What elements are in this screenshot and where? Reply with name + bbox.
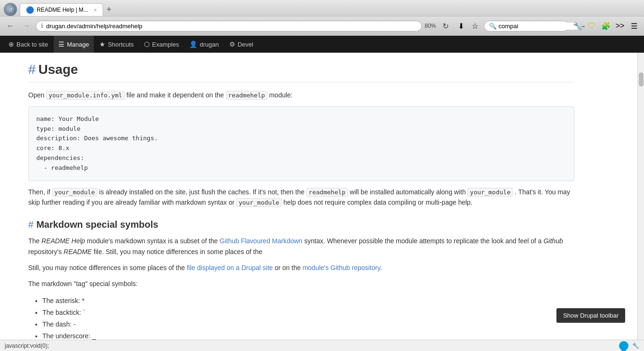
- md-text6: or on the: [273, 264, 303, 271]
- status-text: javascript:void(0);: [5, 343, 49, 349]
- scrollbar[interactable]: [637, 53, 644, 340]
- search-bar[interactable]: 🔍 →: [484, 21, 569, 32]
- tag-intro: The markdown "tag" special symbols:: [28, 279, 574, 289]
- code-block: name: Your Module type: module descripti…: [28, 106, 574, 181]
- active-tab[interactable]: 🔵 README Help | M... ×: [20, 3, 103, 16]
- md-em2: Github: [543, 237, 563, 245]
- navbar-shortcuts-label: Shortcuts: [108, 41, 134, 48]
- navbar-manage-label: Manage: [67, 41, 89, 48]
- menu-button[interactable]: ☰: [628, 20, 640, 32]
- nav-back-button[interactable]: ↺: [4, 3, 17, 16]
- main-content-area: # Usage Open your_module.info.yml file a…: [0, 53, 644, 340]
- md-text4: repository's: [28, 248, 64, 255]
- h2-title: Markdown special symbols: [36, 219, 158, 230]
- md-text3: syntax. Whenever possible the module att…: [302, 237, 543, 245]
- h2-hash: #: [28, 219, 33, 230]
- navbar-manage[interactable]: ☰ Manage: [54, 36, 94, 53]
- md-text5: file. Still, you may notice differences …: [92, 248, 262, 255]
- md-text2: module's markdown syntax is a subset of …: [85, 237, 220, 245]
- md-text1: The: [28, 237, 41, 245]
- content-inner: # Usage Open your_module.info.yml file a…: [0, 53, 593, 340]
- user-icon: 👤: [189, 40, 197, 48]
- navbar-drugan[interactable]: 👤 drugan: [185, 36, 223, 53]
- list-item: The backtick: `: [42, 307, 574, 319]
- then-text3: will be installed automatically along wi…: [348, 188, 467, 196]
- then-text1: Then, if: [28, 188, 52, 196]
- content-scroll-area: # Usage Open your_module.info.yml file a…: [0, 53, 637, 340]
- new-tab-button[interactable]: +: [103, 4, 115, 16]
- tab-close-button[interactable]: ×: [94, 7, 97, 13]
- then-code1: your_module: [52, 188, 97, 197]
- status-left: javascript:void(0);: [5, 343, 49, 349]
- reload-button[interactable]: ↻: [439, 19, 452, 32]
- address-bar[interactable]: ℹ: [36, 21, 422, 32]
- h1-title: Usage: [39, 62, 78, 77]
- intro-text3: module:: [267, 91, 293, 99]
- browser-tab-bar: ↺ 🔵 README Help | M... × +: [0, 0, 644, 16]
- shield-button[interactable]: 🛡: [586, 20, 598, 32]
- navbar-examples[interactable]: ⬡ Examples: [139, 36, 184, 53]
- tab-bar: 🔵 README Help | M... × +: [20, 3, 640, 16]
- intro-paragraph: Open your_module.info.yml file and make …: [28, 90, 574, 101]
- then-paragraph: Then, if your_module is already installe…: [28, 187, 574, 208]
- extra-toolbar-icons: 🔧 🛡 🧩 >> ☰: [572, 20, 640, 32]
- markdown-paragraph2: Still, you may notice differences in som…: [28, 263, 574, 273]
- navbar-devel-label: Devel: [238, 41, 253, 48]
- md-em3: README: [64, 248, 92, 255]
- md-em1: README Help: [41, 237, 85, 245]
- wrench-icon: 🔧: [632, 343, 639, 349]
- back-to-site-icon: ⊕: [8, 40, 14, 48]
- list-item: The dash: -: [42, 319, 574, 330]
- download-button[interactable]: ⬇: [455, 20, 467, 32]
- then-text2: is already installed on the site, just f…: [97, 188, 306, 196]
- then-code3: your_module: [467, 188, 513, 197]
- overflow-button[interactable]: >>: [614, 20, 626, 32]
- forward-button[interactable]: →: [20, 19, 33, 32]
- h1-hash: #: [28, 62, 36, 77]
- zoom-controls: 80%: [425, 23, 436, 29]
- drupal-toolbar-tooltip: Show Drupal toolbar: [556, 308, 625, 323]
- navbar-back-to-site-label: Back to site: [16, 41, 48, 48]
- search-icon: 🔍: [489, 23, 497, 30]
- markdown-paragraph: The README Help module's markdown syntax…: [28, 236, 574, 257]
- tools-button[interactable]: 🔧: [572, 20, 584, 32]
- then-code4: your_module: [236, 198, 282, 207]
- intro-text1: Open: [28, 91, 46, 99]
- h1-usage: # Usage: [28, 62, 574, 82]
- drupal-site-link[interactable]: file displayed on a Drupal site: [187, 264, 273, 271]
- intro-code2: readmehelp: [226, 91, 267, 100]
- navbar-shortcuts[interactable]: ★ Shortcuts: [95, 36, 138, 53]
- md-text7: .: [380, 264, 382, 271]
- drupal-navbar: ⊕ Back to site ☰ Manage ★ Shortcuts ⬡ Ex…: [0, 36, 644, 53]
- code-pre: name: Your Module type: module descripti…: [36, 114, 566, 173]
- intro-code1: your_module.info.yml: [46, 91, 125, 100]
- shortcuts-icon: ★: [99, 40, 105, 48]
- address-input[interactable]: [46, 23, 417, 30]
- list-item: The asterisk: *: [42, 295, 574, 307]
- svg-text:↺: ↺: [8, 7, 12, 12]
- list-item: The underscore: _: [42, 330, 574, 340]
- bookmark-button[interactable]: ☆: [469, 20, 481, 32]
- h2-markdown: # Markdown special symbols: [28, 219, 574, 230]
- back-button[interactable]: ←: [4, 19, 17, 32]
- status-right: 🔧: [619, 341, 639, 351]
- tab-favicon: 🔵: [26, 6, 34, 14]
- navbar-examples-label: Examples: [152, 41, 179, 48]
- then-code2: readmehelp: [306, 188, 348, 197]
- addon-button[interactable]: 🧩: [600, 20, 612, 32]
- github-repo-link[interactable]: module's Github repository: [303, 264, 380, 271]
- navbar-drugan-label: drugan: [200, 41, 218, 48]
- tab-title: README Help | M...: [37, 7, 88, 13]
- scrollbar-thumb[interactable]: [639, 72, 644, 87]
- drupal-drop-icon: [617, 339, 630, 351]
- navbar-devel[interactable]: ⚙ Devel: [225, 36, 258, 53]
- status-bar: javascript:void(0); 🔧: [0, 340, 644, 351]
- devel-icon: ⚙: [229, 40, 235, 48]
- navbar-back-to-site[interactable]: ⊕ Back to site: [4, 36, 53, 53]
- examples-icon: ⬡: [144, 40, 150, 48]
- zoom-level: 80%: [425, 23, 436, 29]
- manage-icon: ☰: [58, 40, 64, 48]
- search-input[interactable]: [499, 23, 578, 30]
- toolbar-icons: ⬇ ☆: [455, 20, 481, 32]
- md-link1[interactable]: Github Flavoured Markdown: [220, 237, 303, 245]
